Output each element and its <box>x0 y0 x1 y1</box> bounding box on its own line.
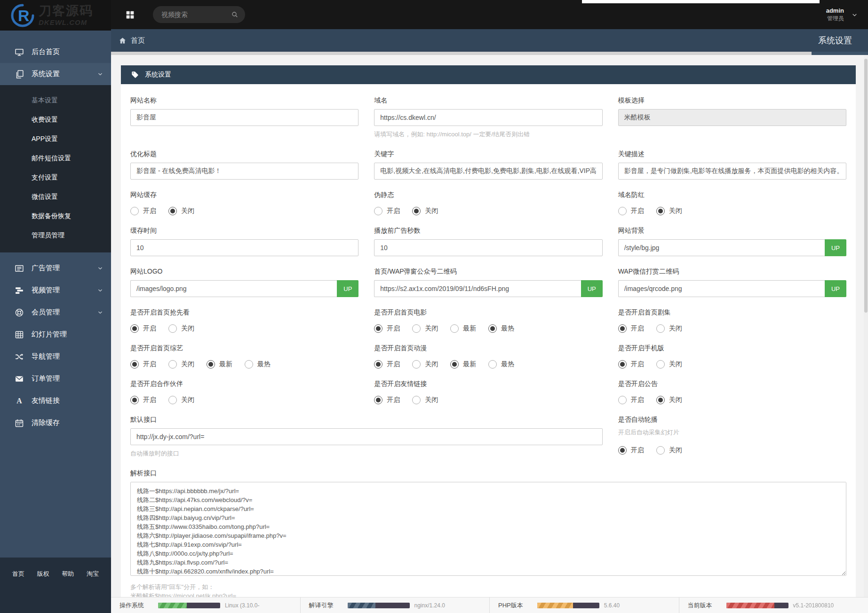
radio-option[interactable]: 关闭 <box>412 207 438 215</box>
sidebar-item-system-settings[interactable]: 系统设置 <box>0 63 111 85</box>
sidebar-item-navigation-management[interactable]: 导航管理 <box>0 346 111 368</box>
site-logo-input[interactable] <box>130 280 337 297</box>
radio-input[interactable] <box>130 324 139 333</box>
radio-option[interactable]: 关闭 <box>656 207 682 215</box>
radio-input[interactable] <box>130 207 139 215</box>
radio-option[interactable]: 开启 <box>374 360 400 369</box>
radio-option[interactable]: 开启 <box>130 360 156 369</box>
radio-option[interactable]: 最新 <box>450 324 476 333</box>
radio-input[interactable] <box>656 324 665 333</box>
qr-wap-input[interactable] <box>618 280 825 297</box>
radio-input[interactable] <box>656 446 665 455</box>
radio-option[interactable]: 关闭 <box>412 396 438 404</box>
upload-button[interactable]: UP <box>825 280 846 297</box>
radio-input[interactable] <box>488 324 497 333</box>
radio-input[interactable] <box>618 446 627 455</box>
upload-button[interactable]: UP <box>581 280 603 297</box>
radio-option[interactable]: 开启 <box>618 446 644 455</box>
grid-menu-icon[interactable] <box>125 10 135 20</box>
footer-link-taobao[interactable]: 淘宝 <box>87 570 99 613</box>
radio-input[interactable] <box>618 396 627 404</box>
radio-input[interactable] <box>130 360 139 369</box>
radio-option[interactable]: 关闭 <box>656 324 682 333</box>
radio-input[interactable] <box>168 207 177 215</box>
breadcrumb-home[interactable]: 首页 <box>119 36 145 45</box>
submenu-item-backup-restore[interactable]: 数据备份恢复 <box>0 206 111 226</box>
radio-option[interactable]: 最热 <box>488 360 514 369</box>
radio-input[interactable] <box>168 396 177 404</box>
radio-input[interactable] <box>245 360 253 369</box>
radio-input[interactable] <box>412 324 421 333</box>
radio-option[interactable]: 关闭 <box>656 446 682 455</box>
radio-option[interactable]: 开启 <box>130 396 156 404</box>
radio-input[interactable] <box>450 360 459 369</box>
submenu-item-admin-management[interactable]: 管理员管理 <box>0 226 111 245</box>
radio-input[interactable] <box>656 207 665 215</box>
sidebar-item-member-management[interactable]: 会员管理 <box>0 301 111 323</box>
radio-option[interactable]: 开启 <box>374 207 400 215</box>
radio-option[interactable]: 最热 <box>245 360 271 369</box>
radio-option[interactable]: 关闭 <box>168 324 194 333</box>
seo-title-input[interactable] <box>130 163 358 180</box>
search-icon[interactable] <box>231 11 239 18</box>
radio-option[interactable]: 关闭 <box>656 360 682 369</box>
template-select[interactable] <box>618 109 846 126</box>
radio-option[interactable]: 开启 <box>130 324 156 333</box>
radio-option[interactable]: 关闭 <box>168 207 194 215</box>
domain-input[interactable] <box>374 109 602 126</box>
radio-input[interactable] <box>168 324 177 333</box>
radio-input[interactable] <box>374 396 382 404</box>
footer-link-home[interactable]: 首页 <box>12 570 24 613</box>
sidebar-item-dashboard[interactable]: 后台首页 <box>0 41 111 63</box>
radio-input[interactable] <box>488 360 497 369</box>
radio-input[interactable] <box>374 324 382 333</box>
user-menu[interactable]: admin 管理员 <box>826 7 863 22</box>
sidebar-item-friend-links[interactable]: A 友情链接 <box>0 390 111 412</box>
qr-popup-input[interactable] <box>374 280 581 297</box>
scrollbar-thumb[interactable] <box>864 59 868 313</box>
logo[interactable]: R 刀客源码 DKEWL.COM <box>0 0 111 31</box>
footer-link-help[interactable]: 帮助 <box>62 570 74 613</box>
radio-option[interactable]: 开启 <box>618 324 644 333</box>
submenu-item-wechat-settings[interactable]: 微信设置 <box>0 187 111 206</box>
submenu-item-app-settings[interactable]: APP设置 <box>0 129 111 149</box>
radio-input[interactable] <box>374 207 382 215</box>
radio-input[interactable] <box>450 324 459 333</box>
submenu-item-mail-sms-settings[interactable]: 邮件短信设置 <box>0 149 111 168</box>
radio-option[interactable]: 最新 <box>207 360 232 369</box>
radio-option[interactable]: 关闭 <box>412 324 438 333</box>
submenu-item-fee-settings[interactable]: 收费设置 <box>0 110 111 129</box>
radio-option[interactable]: 开启 <box>374 324 400 333</box>
radio-option[interactable]: 开启 <box>130 207 156 215</box>
sidebar-item-ad-management[interactable]: 广告管理 <box>0 257 111 279</box>
sidebar-item-clear-cache[interactable]: 清除缓存 <box>0 412 111 434</box>
radio-input[interactable] <box>618 360 627 369</box>
ad-seconds-input[interactable] <box>374 239 602 256</box>
radio-input[interactable] <box>618 324 627 333</box>
radio-option[interactable]: 关闭 <box>656 396 682 404</box>
default-api-input[interactable] <box>130 428 603 445</box>
radio-option[interactable]: 开启 <box>618 396 644 404</box>
radio-option[interactable]: 开启 <box>618 360 644 369</box>
radio-input[interactable] <box>130 396 139 404</box>
search-input[interactable] <box>161 11 231 18</box>
radio-input[interactable] <box>412 360 421 369</box>
parse-api-textarea[interactable]: 线路一$https://api.bbbbbb.me/jx/?url= 线路二$h… <box>130 482 846 576</box>
radio-option[interactable]: 关闭 <box>168 396 194 404</box>
upload-button[interactable]: UP <box>825 239 846 256</box>
upload-button[interactable]: UP <box>337 280 358 297</box>
radio-option[interactable]: 关闭 <box>168 360 194 369</box>
radio-input[interactable] <box>412 207 421 215</box>
radio-input[interactable] <box>207 360 215 369</box>
radio-input[interactable] <box>656 360 665 369</box>
radio-option[interactable]: 最热 <box>488 324 514 333</box>
radio-input[interactable] <box>656 396 665 404</box>
radio-option[interactable]: 关闭 <box>412 360 438 369</box>
sidebar-item-slideshow-management[interactable]: 幻灯片管理 <box>0 323 111 346</box>
radio-option[interactable]: 开启 <box>618 207 644 215</box>
description-input[interactable] <box>618 163 846 180</box>
submenu-item-payment-settings[interactable]: 支付设置 <box>0 168 111 187</box>
sidebar-item-video-management[interactable]: 视频管理 <box>0 279 111 301</box>
radio-input[interactable] <box>168 360 177 369</box>
submenu-item-basic-settings[interactable]: 基本设置 <box>0 91 111 110</box>
